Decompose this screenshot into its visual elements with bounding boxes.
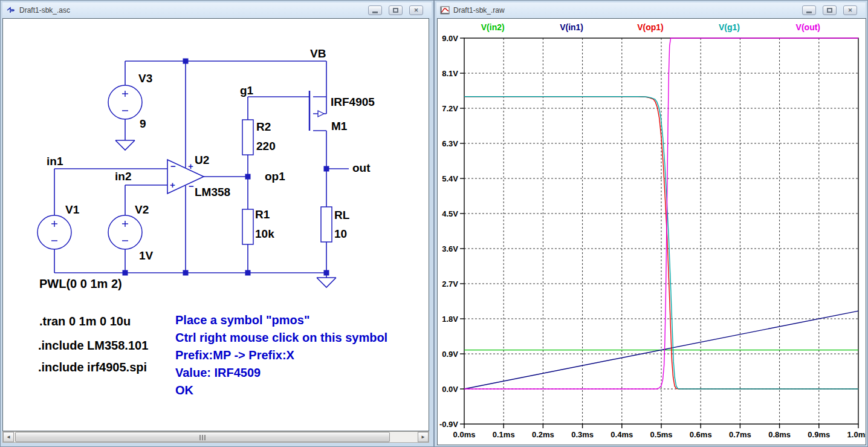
schematic-canvas[interactable]: − + + − VB g1 in1 in2 op1 out V3 9 U2 LM…: [2, 18, 429, 431]
v2-symbol[interactable]: [108, 215, 142, 249]
waveform-plot: 9.0V8.1V7.2V6.3V5.4V4.5V3.6V2.7V1.8V0.9V…: [438, 19, 866, 445]
r2-value: 220: [256, 140, 276, 152]
legend-V(g1)[interactable]: V(g1): [719, 22, 740, 32]
v3-symbol[interactable]: [108, 85, 142, 119]
net-label-op1: op1: [265, 171, 285, 183]
v2-ref: V2: [135, 204, 149, 216]
r2-symbol[interactable]: [242, 120, 253, 155]
scrollbar-thumb[interactable]: [15, 432, 390, 442]
maximize-icon: [827, 8, 832, 13]
u2-ref: U2: [195, 154, 209, 166]
comment-line-5: OK: [175, 384, 193, 397]
schematic-window: Draft1-sbk_.asc ✕: [0, 0, 434, 447]
close-icon: ✕: [848, 7, 853, 13]
close-button[interactable]: ✕: [843, 5, 857, 15]
y-tick-label: 7.2V: [442, 104, 458, 113]
directive-include-irf4905: .include irf4905.spi: [38, 361, 147, 374]
waveform-app-icon: [440, 5, 450, 15]
y-tick-label: 6.3V: [442, 139, 458, 148]
x-tick-label: 0.6ms: [690, 430, 712, 439]
wire-junctions: [123, 59, 329, 276]
waveform-plot-area[interactable]: 9.0V8.1V7.2V6.3V5.4V4.5V3.6V2.7V1.8V0.9V…: [437, 18, 866, 445]
scroll-right-icon: ►: [421, 434, 426, 440]
pmos-arrow-icon: [318, 111, 324, 117]
window-title: Draft1-sbk_.raw: [453, 6, 505, 15]
wires: [54, 61, 349, 287]
comment-line-2: Ctrl right mouse click on this symbol: [175, 331, 387, 344]
maximize-button[interactable]: [389, 5, 403, 15]
v1-value: PWL(0 0 1m 2): [39, 278, 122, 290]
u2-value: LM358: [195, 186, 230, 198]
x-tick-label: 0.7ms: [729, 430, 751, 439]
scroll-right-button[interactable]: ►: [418, 432, 429, 442]
opamp-noninv-pin-label: +: [170, 180, 175, 189]
directive-tran: .tran 0 1m 0 10u: [39, 315, 131, 328]
pmos-symbol[interactable]: [309, 91, 326, 131]
y-tick-label: 1.8V: [442, 315, 458, 324]
rl-ref: RL: [334, 209, 349, 221]
scrollbar-grip-icon: [199, 435, 206, 440]
waveform-titlebar[interactable]: Draft1-sbk_.raw ✕: [436, 2, 866, 18]
r1-value: 10k: [255, 228, 274, 240]
scrollbar-track[interactable]: [390, 432, 418, 442]
v1-symbol[interactable]: [37, 215, 71, 249]
waveform-window: Draft1-sbk_.raw ✕ 9.0V8.1V7.2V6.3V5.4V4.…: [434, 0, 868, 447]
net-label-g1: g1: [240, 85, 253, 97]
x-tick-label: 0.9ms: [808, 430, 830, 439]
y-tick-label: 2.7V: [442, 279, 458, 289]
minimize-button[interactable]: [802, 5, 816, 15]
comment-line-1: Place a symbol "pmos": [175, 314, 309, 327]
r1-ref: R1: [255, 209, 270, 221]
legend-V(op1)[interactable]: V(op1): [637, 22, 664, 32]
v3-value: 9: [140, 118, 146, 130]
x-tick-label: 0.1ms: [493, 430, 515, 439]
opamp-vplus-pin-label: +: [188, 162, 193, 171]
v3-ref: V3: [138, 73, 152, 85]
r2-ref: R2: [256, 121, 271, 133]
y-tick-label: 0.0V: [442, 385, 458, 394]
close-button[interactable]: ✕: [409, 5, 423, 15]
legend-V(in1)[interactable]: V(in1): [560, 22, 583, 32]
net-label-vb: VB: [310, 48, 326, 60]
net-label-out: out: [352, 162, 371, 174]
horizontal-scrollbar[interactable]: ◄ ►: [2, 431, 429, 443]
opamp-vminus-pin-label: −: [189, 181, 194, 191]
x-tick-label: 0.0ms: [453, 430, 476, 439]
y-tick-label: 9.0V: [442, 34, 458, 43]
y-tick-label: 3.6V: [442, 244, 458, 253]
window-title: Draft1-sbk_.asc: [19, 6, 70, 15]
x-tick-label: 0.4ms: [611, 430, 633, 439]
m1-ref: M1: [331, 120, 347, 132]
close-icon: ✕: [414, 7, 419, 13]
y-tick-label: 0.9V: [442, 350, 458, 359]
r1-symbol[interactable]: [242, 209, 253, 244]
schematic-app-icon: [6, 5, 16, 15]
legend-V(in2)[interactable]: V(in2): [481, 22, 505, 32]
x-tick-label: 0.3ms: [571, 430, 594, 439]
opamp-inv-pin-label: −: [170, 162, 176, 171]
y-tick-label: 5.4V: [442, 174, 458, 183]
minimize-button[interactable]: [368, 5, 382, 15]
schematic-titlebar[interactable]: Draft1-sbk_.asc ✕: [2, 2, 432, 18]
maximize-button[interactable]: [823, 5, 837, 15]
minimize-icon: [372, 11, 378, 13]
comment-line-4: Value: IRF4509: [175, 367, 261, 379]
v2-value: 1V: [139, 250, 153, 262]
scroll-left-button[interactable]: ◄: [3, 432, 14, 442]
comment-line-3: Prefix:MP -> Prefix:X: [175, 349, 294, 362]
x-tick-label: 0.8ms: [768, 430, 791, 439]
m1-value: IRF4905: [331, 96, 375, 108]
directive-include-lm358: .include LM358.101: [38, 339, 148, 352]
x-tick-label: 0.5ms: [650, 430, 673, 439]
x-tick-label: 1.0ms: [847, 430, 866, 439]
x-tick-label: 0.2ms: [532, 430, 554, 439]
legend-V(out)[interactable]: V(out): [796, 22, 820, 32]
net-label-in1: in1: [47, 155, 63, 168]
y-tick-label: 8.1V: [442, 69, 458, 78]
v1-ref: V1: [65, 204, 79, 216]
maximize-icon: [393, 8, 398, 13]
scroll-left-icon: ◄: [6, 434, 11, 440]
net-label-in2: in2: [115, 171, 131, 183]
rl-symbol[interactable]: [321, 207, 332, 242]
rl-value: 10: [334, 228, 347, 240]
